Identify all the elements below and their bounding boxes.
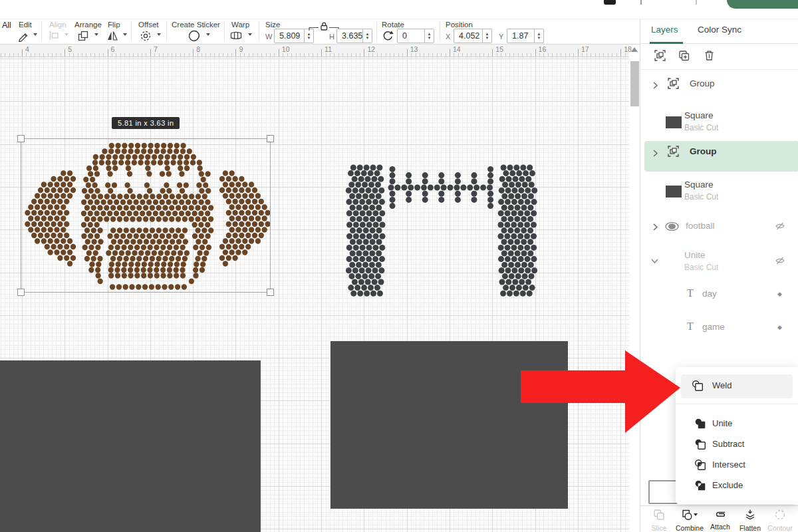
layer-label: Group: [690, 78, 715, 88]
ruler-number: 4: [25, 45, 29, 53]
edit-toolbar: All Edit Align Arrange Flip: [0, 19, 640, 45]
menu-item-weld[interactable]: Weld: [681, 374, 793, 398]
ruler-number: 15: [495, 45, 503, 53]
menu-item-unite[interactable]: Unite: [681, 414, 793, 434]
scrollbar-thumb[interactable]: [630, 61, 639, 106]
ruler: 456789101112131415161718: [0, 44, 629, 57]
hidden-eye-icon[interactable]: [775, 221, 785, 234]
attach-button[interactable]: Attach: [705, 509, 735, 531]
layer-row-game[interactable]: T game ◆: [640, 321, 798, 350]
rotate-icon[interactable]: [382, 30, 394, 45]
ruler-number: 11: [325, 45, 332, 53]
toolbar-divider: [224, 21, 225, 41]
all-label: All: [2, 21, 11, 30]
height-input[interactable]: 3.635: [336, 29, 363, 43]
chevron-down-icon[interactable]: [650, 255, 659, 267]
selection-handle-top-left[interactable]: [17, 135, 25, 142]
flip-icon: [106, 30, 118, 44]
create-sticker-tool[interactable]: Create Sticker: [170, 19, 225, 44]
pencil-icon: [17, 30, 29, 45]
color-diamond-icon[interactable]: ◆: [777, 291, 782, 297]
layer-row-square[interactable]: Square Basic Cut: [640, 110, 798, 140]
flip-tool[interactable]: Flip: [105, 19, 130, 44]
flatten-button[interactable]: Flatten: [735, 509, 765, 532]
y-position-stepper[interactable]: ▲▼: [535, 29, 544, 43]
selection-size-tooltip: 5.81 in x 3.63 in: [112, 117, 180, 129]
bottom-action-bar: SliceCombineAttachFlattenContour: [640, 505, 798, 532]
ruler-number: 6: [111, 45, 115, 53]
toolbar-divider: [41, 21, 42, 41]
rotate-label: Rotate: [382, 21, 404, 29]
layer-label: day: [702, 289, 717, 299]
cricut-design-space-app: All Edit Align Arrange Flip: [0, 0, 798, 532]
chevron-down-icon: [92, 31, 98, 43]
layer-sublabel: Basic Cut: [684, 192, 718, 201]
layer-row-unite[interactable]: Unite Basic Cut: [640, 250, 798, 279]
ruler-number: 17: [581, 45, 589, 53]
offset-tool[interactable]: Offset: [136, 19, 166, 44]
text-layer-icon: T: [687, 287, 694, 299]
exclude-icon: [694, 479, 707, 495]
position-label: Position: [446, 21, 473, 29]
flatten-icon: [744, 511, 756, 523]
selection-handle-bottom-right[interactable]: [267, 289, 274, 296]
chevron-down-icon: [31, 31, 37, 43]
layer-row-group[interactable]: Group: [640, 145, 798, 174]
layer-row-football[interactable]: football: [640, 219, 798, 249]
edit-tool[interactable]: Edit: [16, 19, 44, 44]
unite-icon: [694, 418, 707, 433]
ruler-number: 7: [154, 45, 158, 53]
ruler-number: 14: [453, 45, 461, 53]
warp-icon: [229, 31, 243, 43]
chevron-right-icon[interactable]: [652, 222, 658, 234]
text-layer-icon: T: [687, 321, 694, 332]
lock-ratio-icon[interactable]: [309, 21, 339, 34]
layer-row-square[interactable]: Square Basic Cut: [640, 180, 798, 209]
make-it-button[interactable]: [727, 0, 798, 9]
square-thumbnail: [666, 116, 682, 128]
ruler-number: 16: [539, 45, 547, 53]
color-swatch-box[interactable]: [648, 480, 678, 504]
arrange-tool[interactable]: Arrange: [74, 19, 106, 44]
warp-tool[interactable]: Warp: [229, 19, 258, 44]
selection-handle-top-right[interactable]: [267, 135, 274, 142]
layer-row-group[interactable]: Group: [640, 77, 798, 106]
layer-row-day[interactable]: T day ◆: [640, 287, 798, 317]
header-divider: [696, 0, 697, 5]
toolbar-divider: [259, 21, 259, 41]
chevron-right-icon[interactable]: [652, 148, 658, 160]
size-label: Size: [265, 21, 280, 29]
layer-sublabel: Basic Cut: [684, 263, 718, 272]
toolbar-divider: [440, 21, 440, 41]
menu-item-subtract[interactable]: Subtract: [681, 434, 793, 455]
chevron-down-icon: [120, 31, 127, 43]
arrange-icon: [77, 30, 89, 45]
menu-item-intersect[interactable]: Intersect: [681, 455, 793, 475]
contour-button: Contour: [765, 509, 795, 532]
layer-label: Group: [690, 146, 717, 156]
x-label: X: [446, 33, 450, 41]
layer-label: football: [686, 221, 715, 231]
rotate-stepper[interactable]: ▲▼: [425, 29, 434, 43]
scrollbar-up-arrow-icon[interactable]: [631, 47, 638, 52]
layer-label: Unite: [684, 250, 706, 260]
x-position-stepper[interactable]: ▲▼: [483, 29, 492, 43]
chevron-right-icon[interactable]: [652, 80, 658, 92]
y-position-input[interactable]: 1.87: [507, 29, 535, 43]
contour-icon: [774, 511, 786, 523]
width-input[interactable]: 5.809: [274, 29, 305, 43]
chevron-down-icon: [62, 31, 68, 43]
ruler-number: 10: [282, 45, 290, 53]
menu-item-exclude[interactable]: Exclude: [681, 475, 793, 496]
hidden-eye-icon[interactable]: [775, 255, 785, 269]
selection-box[interactable]: [21, 138, 271, 293]
combine-button[interactable]: Combine: [674, 509, 705, 532]
rotate-input[interactable]: 0: [397, 29, 425, 43]
selection-handle-bottom-left[interactable]: [17, 289, 25, 296]
toolbar-divider: [166, 21, 167, 41]
color-diamond-icon[interactable]: ◆: [777, 324, 782, 331]
height-stepper[interactable]: ▲▼: [363, 29, 372, 43]
x-position-input[interactable]: 4.052: [454, 29, 483, 43]
layer-label: Square: [684, 110, 714, 120]
canvas-grid[interactable]: [0, 57, 629, 532]
